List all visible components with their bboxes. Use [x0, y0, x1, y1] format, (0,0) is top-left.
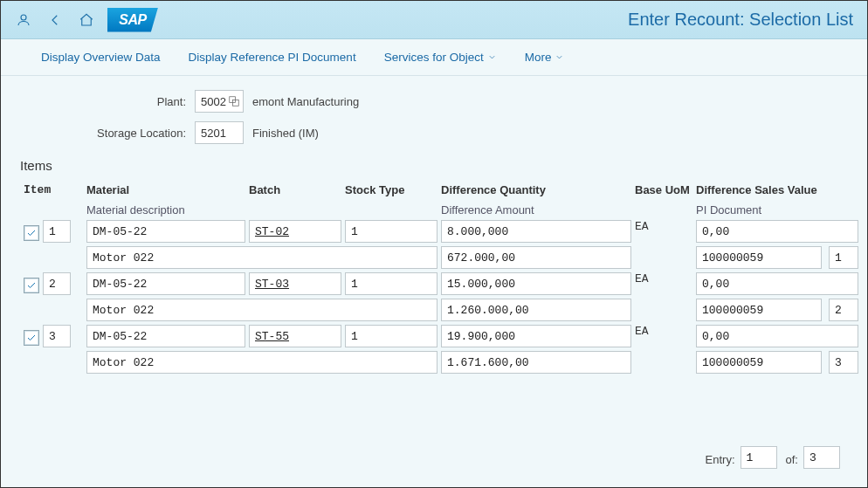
- header-form: Plant: 5002 emont Manufacturing Storage …: [18, 90, 850, 144]
- toolbar: Display Overview Data Display Reference …: [1, 39, 867, 76]
- more-label: More: [525, 51, 552, 64]
- batch-input[interactable]: ST-55: [249, 325, 341, 347]
- batch-input[interactable]: ST-02: [249, 220, 341, 243]
- pi-document[interactable]: 100000059: [696, 246, 822, 269]
- col-base-uom: Base UoM: [635, 180, 696, 200]
- home-icon[interactable]: [71, 5, 102, 35]
- col-item: Item: [24, 180, 86, 200]
- plant-description: emont Manufacturing: [247, 95, 850, 108]
- table-row-detail: Motor 0221.260.000,001000000592: [24, 299, 850, 325]
- table-row-detail: Motor 0221.671.600,001000000593: [24, 351, 850, 377]
- diff-qty-input[interactable]: 19.900,000: [441, 325, 631, 347]
- material-input[interactable]: DM-05-22: [86, 272, 245, 295]
- plant-input[interactable]: 5002: [195, 90, 244, 113]
- base-uom: EA: [635, 325, 696, 351]
- stock-type-input[interactable]: 1: [345, 220, 437, 243]
- difference-amount[interactable]: 1.671.600,00: [441, 351, 631, 374]
- sloc-label: Storage Location:: [18, 127, 195, 140]
- page-title: Enter Recount: Selection List: [628, 10, 853, 30]
- services-for-object-button[interactable]: Services for Object: [384, 51, 497, 64]
- plant-value: 5002: [201, 95, 226, 108]
- entry-value[interactable]: 1: [741, 446, 777, 469]
- svg-point-0: [21, 15, 26, 20]
- col-diff-amt: Difference Amount: [441, 200, 635, 220]
- col-mat-desc: Material description: [86, 200, 441, 220]
- col-material: Material: [86, 180, 249, 200]
- items-header-row: Item Material Batch Stock Type Differenc…: [24, 180, 850, 200]
- col-diff-qty: Difference Quantity: [441, 180, 635, 200]
- diff-qty-input[interactable]: 8.000,000: [441, 220, 631, 243]
- display-ref-pi-button[interactable]: Display Reference PI Document: [189, 51, 356, 64]
- sloc-input[interactable]: 5201: [195, 121, 244, 144]
- pi-doc-item[interactable]: 1: [829, 246, 858, 269]
- row-checkbox[interactable]: [24, 330, 39, 346]
- of-value: 3: [803, 446, 840, 469]
- table-row: 1DM-05-22ST-0218.000,000EA0,00: [24, 220, 850, 246]
- items-subheader-row: Material description Difference Amount P…: [24, 200, 850, 220]
- stock-type-input[interactable]: 1: [345, 325, 437, 347]
- difference-amount[interactable]: 1.260.000,00: [441, 299, 631, 321]
- material-description[interactable]: Motor 022: [86, 299, 437, 321]
- sloc-value: 5201: [201, 127, 226, 140]
- sap-logo: SAP: [107, 8, 158, 32]
- main-content: Plant: 5002 emont Manufacturing Storage …: [1, 76, 867, 384]
- col-stock-type: Stock Type: [345, 180, 441, 200]
- services-for-object-label: Services for Object: [384, 51, 484, 64]
- chevron-down-icon: [555, 52, 564, 62]
- table-row: 3DM-05-22ST-55119.900,000EA0,00: [24, 325, 850, 351]
- material-input[interactable]: DM-05-22: [86, 325, 245, 347]
- material-input[interactable]: DM-05-22: [86, 220, 245, 243]
- col-diff-val: Difference Sales Value: [696, 180, 862, 200]
- item-number[interactable]: 2: [43, 272, 71, 295]
- entry-label: Entry:: [706, 453, 735, 466]
- user-icon[interactable]: [8, 5, 39, 35]
- items-section-title: Items: [20, 158, 850, 173]
- f4-help-icon[interactable]: [227, 94, 241, 108]
- items-table: Item Material Batch Stock Type Differenc…: [18, 180, 850, 377]
- sloc-description: Finished (IM): [247, 127, 850, 140]
- base-uom: EA: [635, 272, 696, 299]
- difference-amount[interactable]: 672.000,00: [441, 246, 631, 269]
- pi-document[interactable]: 100000059: [696, 351, 822, 374]
- entry-paginator: Entry: 1 of: 3: [706, 446, 844, 472]
- of-label: of:: [786, 453, 798, 466]
- back-icon[interactable]: [39, 5, 71, 35]
- batch-input[interactable]: ST-03: [249, 272, 341, 295]
- more-button[interactable]: More: [525, 51, 565, 64]
- pi-doc-item[interactable]: 2: [829, 299, 858, 321]
- table-row: 2DM-05-22ST-03115.000,000EA0,00: [24, 272, 850, 299]
- material-description[interactable]: Motor 022: [86, 246, 437, 269]
- display-overview-button[interactable]: Display Overview Data: [41, 51, 161, 64]
- diff-sales-value-input[interactable]: 0,00: [696, 220, 858, 243]
- diff-sales-value-input[interactable]: 0,00: [696, 325, 858, 347]
- base-uom: EA: [635, 220, 696, 246]
- pi-document[interactable]: 100000059: [696, 299, 822, 321]
- table-row-detail: Motor 022672.000,001000000591: [24, 246, 850, 272]
- diff-sales-value-input[interactable]: 0,00: [696, 272, 858, 295]
- pi-doc-item[interactable]: 3: [829, 351, 858, 374]
- row-checkbox[interactable]: [24, 225, 39, 241]
- item-number[interactable]: 3: [43, 325, 71, 347]
- material-description[interactable]: Motor 022: [86, 351, 437, 374]
- col-pi-doc: PI Document: [696, 200, 862, 220]
- item-number[interactable]: 1: [43, 220, 71, 243]
- row-checkbox[interactable]: [24, 278, 39, 293]
- title-bar: SAP Enter Recount: Selection List: [1, 1, 867, 39]
- plant-label: Plant:: [18, 95, 195, 108]
- col-batch: Batch: [249, 180, 345, 200]
- stock-type-input[interactable]: 1: [345, 272, 437, 295]
- chevron-down-icon: [487, 52, 497, 62]
- diff-qty-input[interactable]: 15.000,000: [441, 272, 631, 295]
